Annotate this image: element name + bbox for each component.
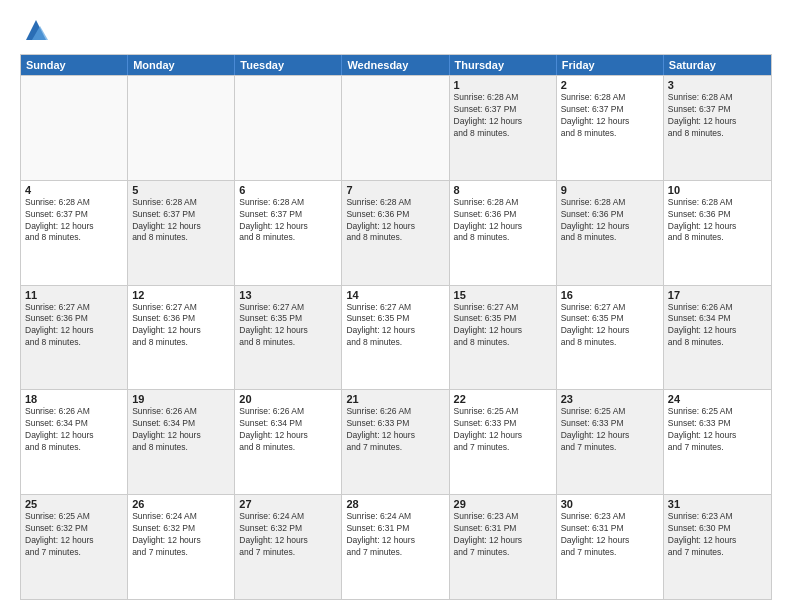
day-number-24: 24 [668, 393, 767, 405]
calendar-header: Sunday Monday Tuesday Wednesday Thursday… [21, 55, 771, 75]
day-number-20: 20 [239, 393, 337, 405]
day-cell-12: 12Sunrise: 6:27 AMSunset: 6:36 PMDayligh… [128, 286, 235, 390]
day-cell-24: 24Sunrise: 6:25 AMSunset: 6:33 PMDayligh… [664, 390, 771, 494]
day-info-28: Sunrise: 6:24 AMSunset: 6:31 PMDaylight:… [346, 511, 444, 559]
empty-cell [128, 76, 235, 180]
day-cell-11: 11Sunrise: 6:27 AMSunset: 6:36 PMDayligh… [21, 286, 128, 390]
day-info-18: Sunrise: 6:26 AMSunset: 6:34 PMDaylight:… [25, 406, 123, 454]
week-row-3: 11Sunrise: 6:27 AMSunset: 6:36 PMDayligh… [21, 285, 771, 390]
day-cell-4: 4Sunrise: 6:28 AMSunset: 6:37 PMDaylight… [21, 181, 128, 285]
calendar-body: 1Sunrise: 6:28 AMSunset: 6:37 PMDaylight… [21, 75, 771, 599]
day-cell-7: 7Sunrise: 6:28 AMSunset: 6:36 PMDaylight… [342, 181, 449, 285]
day-cell-3: 3Sunrise: 6:28 AMSunset: 6:37 PMDaylight… [664, 76, 771, 180]
day-info-4: Sunrise: 6:28 AMSunset: 6:37 PMDaylight:… [25, 197, 123, 245]
day-info-11: Sunrise: 6:27 AMSunset: 6:36 PMDaylight:… [25, 302, 123, 350]
day-cell-31: 31Sunrise: 6:23 AMSunset: 6:30 PMDayligh… [664, 495, 771, 599]
day-cell-29: 29Sunrise: 6:23 AMSunset: 6:31 PMDayligh… [450, 495, 557, 599]
day-cell-2: 2Sunrise: 6:28 AMSunset: 6:37 PMDaylight… [557, 76, 664, 180]
day-cell-18: 18Sunrise: 6:26 AMSunset: 6:34 PMDayligh… [21, 390, 128, 494]
day-info-19: Sunrise: 6:26 AMSunset: 6:34 PMDaylight:… [132, 406, 230, 454]
day-number-8: 8 [454, 184, 552, 196]
day-number-29: 29 [454, 498, 552, 510]
day-info-6: Sunrise: 6:28 AMSunset: 6:37 PMDaylight:… [239, 197, 337, 245]
day-info-23: Sunrise: 6:25 AMSunset: 6:33 PMDaylight:… [561, 406, 659, 454]
day-number-30: 30 [561, 498, 659, 510]
day-cell-14: 14Sunrise: 6:27 AMSunset: 6:35 PMDayligh… [342, 286, 449, 390]
day-cell-22: 22Sunrise: 6:25 AMSunset: 6:33 PMDayligh… [450, 390, 557, 494]
week-row-2: 4Sunrise: 6:28 AMSunset: 6:37 PMDaylight… [21, 180, 771, 285]
header-monday: Monday [128, 55, 235, 75]
day-cell-6: 6Sunrise: 6:28 AMSunset: 6:37 PMDaylight… [235, 181, 342, 285]
day-number-1: 1 [454, 79, 552, 91]
day-number-19: 19 [132, 393, 230, 405]
day-info-31: Sunrise: 6:23 AMSunset: 6:30 PMDaylight:… [668, 511, 767, 559]
day-info-10: Sunrise: 6:28 AMSunset: 6:36 PMDaylight:… [668, 197, 767, 245]
day-number-7: 7 [346, 184, 444, 196]
logo-icon [22, 16, 50, 44]
week-row-4: 18Sunrise: 6:26 AMSunset: 6:34 PMDayligh… [21, 389, 771, 494]
page: Sunday Monday Tuesday Wednesday Thursday… [0, 0, 792, 612]
day-cell-15: 15Sunrise: 6:27 AMSunset: 6:35 PMDayligh… [450, 286, 557, 390]
day-info-25: Sunrise: 6:25 AMSunset: 6:32 PMDaylight:… [25, 511, 123, 559]
day-number-2: 2 [561, 79, 659, 91]
day-number-22: 22 [454, 393, 552, 405]
day-info-12: Sunrise: 6:27 AMSunset: 6:36 PMDaylight:… [132, 302, 230, 350]
empty-cell [235, 76, 342, 180]
day-number-4: 4 [25, 184, 123, 196]
header-friday: Friday [557, 55, 664, 75]
day-info-27: Sunrise: 6:24 AMSunset: 6:32 PMDaylight:… [239, 511, 337, 559]
day-number-23: 23 [561, 393, 659, 405]
day-cell-10: 10Sunrise: 6:28 AMSunset: 6:36 PMDayligh… [664, 181, 771, 285]
day-cell-17: 17Sunrise: 6:26 AMSunset: 6:34 PMDayligh… [664, 286, 771, 390]
day-cell-20: 20Sunrise: 6:26 AMSunset: 6:34 PMDayligh… [235, 390, 342, 494]
day-info-30: Sunrise: 6:23 AMSunset: 6:31 PMDaylight:… [561, 511, 659, 559]
empty-cell [342, 76, 449, 180]
day-cell-21: 21Sunrise: 6:26 AMSunset: 6:33 PMDayligh… [342, 390, 449, 494]
day-info-17: Sunrise: 6:26 AMSunset: 6:34 PMDaylight:… [668, 302, 767, 350]
day-cell-30: 30Sunrise: 6:23 AMSunset: 6:31 PMDayligh… [557, 495, 664, 599]
day-number-12: 12 [132, 289, 230, 301]
day-info-14: Sunrise: 6:27 AMSunset: 6:35 PMDaylight:… [346, 302, 444, 350]
day-cell-1: 1Sunrise: 6:28 AMSunset: 6:37 PMDaylight… [450, 76, 557, 180]
day-number-31: 31 [668, 498, 767, 510]
day-info-1: Sunrise: 6:28 AMSunset: 6:37 PMDaylight:… [454, 92, 552, 140]
day-cell-8: 8Sunrise: 6:28 AMSunset: 6:36 PMDaylight… [450, 181, 557, 285]
day-number-27: 27 [239, 498, 337, 510]
day-number-11: 11 [25, 289, 123, 301]
day-info-24: Sunrise: 6:25 AMSunset: 6:33 PMDaylight:… [668, 406, 767, 454]
day-number-5: 5 [132, 184, 230, 196]
header-wednesday: Wednesday [342, 55, 449, 75]
day-cell-13: 13Sunrise: 6:27 AMSunset: 6:35 PMDayligh… [235, 286, 342, 390]
empty-cell [21, 76, 128, 180]
day-number-25: 25 [25, 498, 123, 510]
calendar: Sunday Monday Tuesday Wednesday Thursday… [20, 54, 772, 600]
header-tuesday: Tuesday [235, 55, 342, 75]
day-cell-16: 16Sunrise: 6:27 AMSunset: 6:35 PMDayligh… [557, 286, 664, 390]
day-number-15: 15 [454, 289, 552, 301]
day-info-13: Sunrise: 6:27 AMSunset: 6:35 PMDaylight:… [239, 302, 337, 350]
day-info-20: Sunrise: 6:26 AMSunset: 6:34 PMDaylight:… [239, 406, 337, 454]
day-cell-9: 9Sunrise: 6:28 AMSunset: 6:36 PMDaylight… [557, 181, 664, 285]
day-info-7: Sunrise: 6:28 AMSunset: 6:36 PMDaylight:… [346, 197, 444, 245]
day-info-21: Sunrise: 6:26 AMSunset: 6:33 PMDaylight:… [346, 406, 444, 454]
week-row-5: 25Sunrise: 6:25 AMSunset: 6:32 PMDayligh… [21, 494, 771, 599]
day-info-16: Sunrise: 6:27 AMSunset: 6:35 PMDaylight:… [561, 302, 659, 350]
header [20, 16, 772, 44]
day-number-14: 14 [346, 289, 444, 301]
day-number-28: 28 [346, 498, 444, 510]
day-number-21: 21 [346, 393, 444, 405]
day-number-13: 13 [239, 289, 337, 301]
day-info-9: Sunrise: 6:28 AMSunset: 6:36 PMDaylight:… [561, 197, 659, 245]
day-number-17: 17 [668, 289, 767, 301]
day-cell-5: 5Sunrise: 6:28 AMSunset: 6:37 PMDaylight… [128, 181, 235, 285]
day-info-15: Sunrise: 6:27 AMSunset: 6:35 PMDaylight:… [454, 302, 552, 350]
header-sunday: Sunday [21, 55, 128, 75]
day-info-3: Sunrise: 6:28 AMSunset: 6:37 PMDaylight:… [668, 92, 767, 140]
day-number-9: 9 [561, 184, 659, 196]
day-info-22: Sunrise: 6:25 AMSunset: 6:33 PMDaylight:… [454, 406, 552, 454]
day-cell-28: 28Sunrise: 6:24 AMSunset: 6:31 PMDayligh… [342, 495, 449, 599]
day-info-2: Sunrise: 6:28 AMSunset: 6:37 PMDaylight:… [561, 92, 659, 140]
day-number-16: 16 [561, 289, 659, 301]
day-info-8: Sunrise: 6:28 AMSunset: 6:36 PMDaylight:… [454, 197, 552, 245]
day-info-29: Sunrise: 6:23 AMSunset: 6:31 PMDaylight:… [454, 511, 552, 559]
